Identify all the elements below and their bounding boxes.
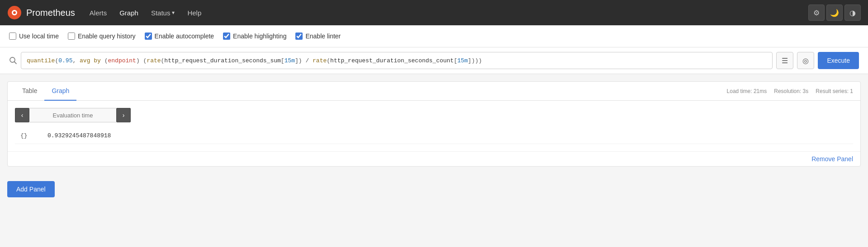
panel: Table Graph Load time: 21ms Resolution: … [7, 81, 861, 167]
result-series: Result series: 1 [816, 88, 853, 94]
use-local-time-input[interactable] [9, 33, 16, 40]
tab-bar: Table Graph Load time: 21ms Resolution: … [8, 82, 860, 101]
enable-query-history-checkbox[interactable]: Enable query history [68, 33, 136, 40]
prometheus-logo-icon [7, 5, 22, 20]
brand-title: Prometheus [26, 8, 75, 18]
eval-time-input[interactable] [29, 108, 116, 122]
add-panel-button[interactable]: Add Panel [7, 181, 55, 197]
execute-button[interactable]: Execute [818, 52, 859, 69]
nav-help[interactable]: Help [182, 5, 207, 20]
nav-graph[interactable]: Graph [114, 5, 144, 20]
eval-time-bar: ‹ › [15, 108, 853, 122]
query-input-container[interactable]: quantile(0.95, avg by (endpoint) (rate(h… [21, 52, 773, 69]
panel-footer: Remove Panel [8, 151, 860, 166]
settings-icon-button[interactable]: ⚙ [808, 5, 825, 21]
remove-panel-link[interactable]: Remove Panel [811, 155, 853, 163]
enable-highlighting-checkbox[interactable]: Enable highlighting [223, 33, 286, 40]
search-icon [9, 56, 17, 65]
enable-highlighting-label: Enable highlighting [233, 33, 286, 40]
resolution: Resolution: 3s [774, 88, 808, 94]
eval-time-next-button[interactable]: › [116, 108, 131, 122]
enable-query-history-label: Enable query history [78, 33, 136, 40]
eval-time-prev-button[interactable]: ‹ [15, 108, 29, 122]
enable-autocomplete-input[interactable] [145, 33, 152, 40]
settings-bar: Use local time Enable query history Enab… [0, 25, 868, 47]
contrast-icon-button[interactable]: ◑ [844, 5, 861, 21]
table-row: {} 0.9329245487848918 [15, 128, 853, 144]
navbar: Prometheus Alerts Graph Status Help ⚙ 🌙 … [0, 0, 868, 25]
svg-point-2 [13, 11, 16, 14]
nav-status[interactable]: Status [146, 5, 180, 20]
enable-autocomplete-checkbox[interactable]: Enable autocomplete [145, 33, 214, 40]
enable-autocomplete-label: Enable autocomplete [155, 33, 214, 40]
enable-highlighting-input[interactable] [223, 33, 230, 40]
tab-meta: Load time: 21ms Resolution: 3s Result se… [727, 88, 853, 94]
dark-mode-icon-button[interactable]: 🌙 [826, 5, 843, 21]
enable-linter-label: Enable linter [305, 33, 341, 40]
use-local-time-label: Use local time [19, 33, 59, 40]
enable-linter-input[interactable] [295, 33, 303, 40]
table-content: ‹ › {} 0.9329245487848918 [8, 101, 860, 151]
nav-right-icons: ⚙ 🌙 ◑ [808, 5, 861, 21]
nav-alerts[interactable]: Alerts [84, 5, 112, 20]
table-cell-value: 0.9329245487848918 [42, 128, 853, 144]
enable-query-history-input[interactable] [68, 33, 75, 40]
query-text: quantile(0.95, avg by (endpoint) (rate(h… [27, 57, 482, 64]
tab-graph[interactable]: Graph [44, 82, 76, 101]
history-icon-button[interactable]: ☰ [776, 52, 793, 69]
data-table: {} 0.9329245487848918 [15, 128, 853, 144]
enable-linter-checkbox[interactable]: Enable linter [295, 33, 341, 40]
query-bar: quantile(0.95, avg by (endpoint) (rate(h… [0, 47, 868, 74]
add-panel-area: Add Panel [0, 174, 868, 205]
metrics-explorer-icon-button[interactable]: ◎ [797, 52, 814, 69]
svg-line-4 [14, 62, 17, 64]
nav-links: Alerts Graph Status Help [84, 5, 799, 20]
brand: Prometheus [7, 5, 75, 20]
tab-table[interactable]: Table [15, 82, 44, 101]
load-time: Load time: 21ms [727, 88, 767, 94]
use-local-time-checkbox[interactable]: Use local time [9, 33, 59, 40]
table-cell-labels: {} [15, 128, 42, 144]
